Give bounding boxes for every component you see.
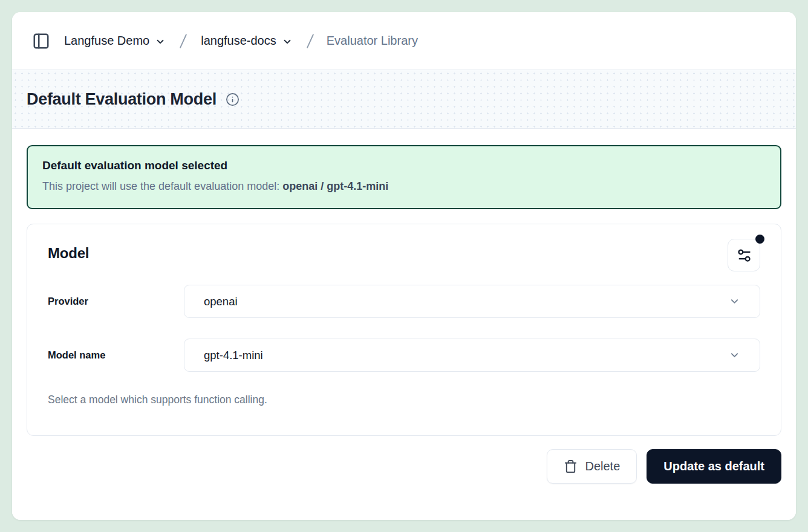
notification-dot bbox=[755, 235, 764, 244]
breadcrumb-separator-icon bbox=[302, 32, 318, 50]
breadcrumb-separator-icon bbox=[175, 32, 191, 50]
info-icon[interactable] bbox=[226, 92, 239, 106]
trash-icon bbox=[564, 459, 578, 473]
breadcrumb-project-dropdown[interactable]: langfuse-docs bbox=[200, 31, 294, 50]
model-name-label: Model name bbox=[48, 349, 184, 361]
sliders-settings-icon bbox=[736, 247, 752, 264]
chevron-down-icon bbox=[155, 36, 166, 47]
breadcrumb-bar: Langfuse Demo langfuse-docs bbox=[12, 12, 796, 70]
model-card: Model bbox=[27, 224, 781, 436]
delete-button[interactable]: Delete bbox=[547, 449, 637, 484]
chevron-down-icon bbox=[729, 349, 740, 361]
page-header: Default Evaluation Model bbox=[12, 70, 796, 129]
breadcrumb-project-label: langfuse-docs bbox=[201, 34, 276, 48]
breadcrumb-current-page: Evaluator Library bbox=[327, 34, 418, 48]
page-title: Default Evaluation Model bbox=[27, 90, 217, 109]
advanced-settings-wrap bbox=[728, 239, 760, 271]
provider-row: Provider openai bbox=[48, 285, 760, 318]
model-helper-text: Select a model which supports function c… bbox=[48, 394, 760, 406]
model-name-select[interactable]: gpt-4.1-mini bbox=[184, 339, 760, 372]
app-window: Langfuse Demo langfuse-docs bbox=[12, 12, 796, 520]
model-name-select-value: gpt-4.1-mini bbox=[204, 349, 729, 362]
alert-body: This project will use the default evalua… bbox=[42, 180, 766, 193]
chevron-down-icon bbox=[282, 36, 293, 47]
breadcrumb-org-label: Langfuse Demo bbox=[64, 34, 149, 48]
model-card-header: Model bbox=[48, 239, 760, 271]
breadcrumb-org-dropdown[interactable]: Langfuse Demo bbox=[63, 31, 167, 50]
update-default-button[interactable]: Update as default bbox=[647, 449, 781, 484]
model-card-title: Model bbox=[48, 239, 89, 262]
advanced-settings-button[interactable] bbox=[728, 239, 760, 271]
provider-select[interactable]: openai bbox=[184, 285, 760, 318]
actions-row: Delete Update as default bbox=[27, 449, 781, 484]
model-name-row: Model name gpt-4.1-mini bbox=[48, 339, 760, 372]
provider-select-value: openai bbox=[204, 295, 729, 308]
chevron-down-icon bbox=[729, 296, 740, 307]
default-model-alert: Default evaluation model selected This p… bbox=[27, 145, 781, 209]
alert-title: Default evaluation model selected bbox=[42, 159, 766, 172]
panel-left-icon bbox=[32, 32, 50, 50]
delete-button-label: Delete bbox=[585, 459, 620, 473]
alert-body-text: This project will use the default evalua… bbox=[42, 180, 282, 192]
alert-model-name: openai / gpt-4.1-mini bbox=[282, 180, 388, 192]
main-content: Default evaluation model selected This p… bbox=[12, 129, 796, 520]
provider-label: Provider bbox=[48, 296, 184, 307]
update-default-button-label: Update as default bbox=[663, 459, 764, 473]
sidebar-toggle-button[interactable] bbox=[29, 29, 53, 53]
